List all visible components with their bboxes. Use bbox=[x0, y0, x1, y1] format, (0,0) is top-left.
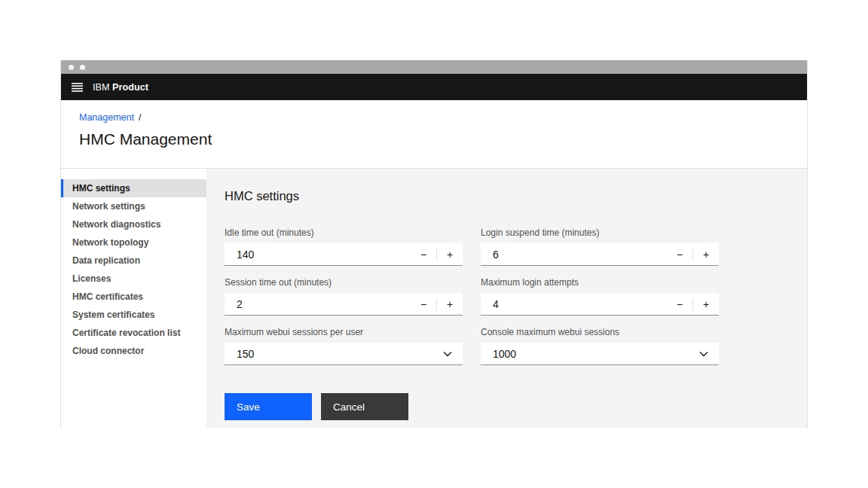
login-suspend-time-input[interactable] bbox=[481, 249, 667, 261]
increment-button[interactable]: + bbox=[693, 243, 719, 265]
chevron-down-icon bbox=[699, 351, 708, 357]
select-value: 150 bbox=[225, 348, 432, 360]
plus-icon: + bbox=[703, 298, 709, 310]
plus-icon: + bbox=[447, 249, 453, 261]
page-title: HMC Management bbox=[79, 130, 807, 148]
body-row: HMC settings Network settings Network di… bbox=[61, 168, 807, 428]
field-console-max-webui-sessions: Console maximum webui sessions 1000 bbox=[481, 327, 719, 365]
content-heading: HMC settings bbox=[225, 189, 807, 203]
hamburger-menu-button[interactable] bbox=[61, 74, 93, 100]
field-maximum-login-attempts: Maximum login attempts − + bbox=[481, 277, 719, 316]
maximum-login-attempts-input[interactable] bbox=[481, 298, 667, 310]
field-login-suspend-time: Login suspend time (minutes) − + bbox=[481, 227, 719, 266]
session-time-out-stepper: − + bbox=[225, 293, 463, 316]
breadcrumb: Management / bbox=[79, 100, 807, 123]
sidebar-item-hmc-certificates[interactable]: HMC certificates bbox=[61, 288, 206, 306]
app-header: IBM Product bbox=[61, 74, 807, 100]
minus-icon: − bbox=[420, 249, 426, 261]
sidebar-item-licenses[interactable]: Licenses bbox=[61, 270, 206, 288]
increment-button[interactable]: + bbox=[437, 293, 463, 315]
window-dot-icon bbox=[80, 65, 85, 70]
sidebar-item-cloud-connector[interactable]: Cloud connector bbox=[61, 342, 206, 360]
brand-prefix: IBM bbox=[93, 82, 110, 93]
plus-icon: + bbox=[703, 249, 709, 261]
breadcrumb-link-management[interactable]: Management bbox=[79, 112, 134, 123]
maximum-login-attempts-stepper: − + bbox=[481, 293, 719, 316]
hamburger-icon bbox=[72, 83, 83, 92]
field-label: Maximum webui sessions per user bbox=[225, 327, 463, 337]
field-label: Login suspend time (minutes) bbox=[481, 227, 719, 238]
field-idle-time-out: Idle time out (minutes) − + bbox=[225, 227, 463, 266]
minus-icon: − bbox=[677, 298, 683, 310]
field-label: Idle time out (minutes) bbox=[225, 227, 463, 238]
plus-icon: + bbox=[447, 298, 453, 310]
select-value: 1000 bbox=[481, 348, 689, 360]
login-suspend-time-stepper: − + bbox=[481, 243, 719, 266]
console-max-webui-sessions-select[interactable]: 1000 bbox=[481, 343, 719, 365]
content-panel: HMC settings Idle time out (minutes) − + bbox=[206, 169, 807, 428]
breadcrumb-separator: / bbox=[139, 112, 141, 123]
save-button[interactable]: Save bbox=[225, 393, 312, 420]
brand-title: IBM Product bbox=[93, 82, 148, 93]
sidebar-item-network-diagnostics[interactable]: Network diagnostics bbox=[61, 215, 206, 233]
sidebar-item-data-replication[interactable]: Data replication bbox=[61, 252, 206, 270]
sidebar-item-network-topology[interactable]: Network topology bbox=[61, 233, 206, 252]
brand-name: Product bbox=[112, 82, 148, 93]
sidebar-item-system-certificates[interactable]: System certificates bbox=[61, 306, 206, 324]
increment-button[interactable]: + bbox=[437, 243, 463, 265]
sidebar-item-hmc-settings[interactable]: HMC settings bbox=[61, 179, 206, 197]
decrement-button[interactable]: − bbox=[667, 293, 692, 315]
max-webui-sessions-per-user-select[interactable]: 150 bbox=[225, 343, 463, 365]
increment-button[interactable]: + bbox=[693, 293, 719, 315]
chevron-down-icon bbox=[443, 351, 452, 357]
form-actions: Save Cancel bbox=[225, 393, 807, 420]
cancel-button[interactable]: Cancel bbox=[321, 393, 408, 420]
settings-form: Idle time out (minutes) − + Login suspen… bbox=[225, 227, 807, 365]
decrement-button[interactable]: − bbox=[411, 243, 436, 265]
field-label: Session time out (minutes) bbox=[225, 277, 463, 288]
title-zone: Management / HMC Management bbox=[61, 100, 807, 168]
window-titlebar bbox=[61, 60, 807, 74]
minus-icon: − bbox=[420, 298, 426, 310]
idle-time-out-stepper: − + bbox=[225, 243, 463, 266]
window-dot-icon bbox=[69, 65, 74, 70]
side-navigation: HMC settings Network settings Network di… bbox=[61, 169, 206, 428]
idle-time-out-input[interactable] bbox=[225, 249, 411, 261]
field-label: Maximum login attempts bbox=[481, 277, 719, 288]
minus-icon: − bbox=[677, 249, 683, 261]
app-window: IBM Product Management / HMC Management … bbox=[60, 60, 808, 428]
decrement-button[interactable]: − bbox=[411, 293, 436, 315]
decrement-button[interactable]: − bbox=[667, 243, 692, 265]
field-max-webui-sessions-per-user: Maximum webui sessions per user 150 bbox=[225, 327, 463, 365]
field-label: Console maximum webui sessions bbox=[481, 327, 719, 337]
field-session-time-out: Session time out (minutes) − + bbox=[225, 277, 463, 316]
sidebar-item-certificate-revocation-list[interactable]: Certificate revocation list bbox=[61, 324, 206, 342]
session-time-out-input[interactable] bbox=[225, 298, 411, 310]
sidebar-item-network-settings[interactable]: Network settings bbox=[61, 197, 206, 215]
